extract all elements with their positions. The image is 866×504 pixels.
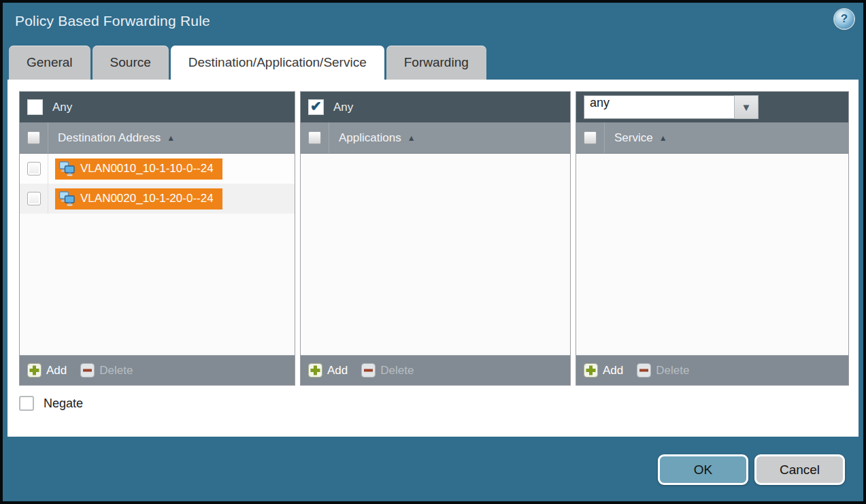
destination-delete-button[interactable]: Delete: [80, 363, 133, 377]
check-icon: ✔: [310, 98, 322, 114]
row-checkbox[interactable]: [27, 162, 41, 175]
applications-select-all-checkbox[interactable]: [308, 131, 321, 144]
service-delete-button[interactable]: Delete: [637, 363, 689, 377]
sort-ascending-icon: ▲: [659, 134, 667, 142]
service-column-header: Service ▲: [576, 122, 848, 154]
plus-icon: [584, 363, 598, 377]
plus-icon: [308, 363, 322, 377]
service-add-button[interactable]: Add: [584, 363, 623, 377]
applications-add-button[interactable]: Add: [308, 363, 348, 377]
service-select-all-checkbox[interactable]: [584, 131, 597, 144]
applications-list: [301, 154, 570, 355]
help-glyph: ?: [841, 12, 848, 26]
delete-label: Delete: [656, 364, 689, 377]
destination-list: VLAN0010_10-1-10-0--24 VLAN0020_10-1-20-…: [20, 154, 295, 355]
tab-forwarding[interactable]: Forwarding: [386, 46, 486, 80]
delete-label: Delete: [99, 364, 133, 377]
service-panel: any ▼ Service ▲: [576, 91, 849, 386]
cancel-button[interactable]: Cancel: [754, 454, 845, 485]
destination-any-label: Any: [52, 101, 72, 114]
add-label: Add: [327, 364, 348, 377]
applications-any-label: Any: [333, 101, 353, 114]
negate-row: Negate: [19, 396, 83, 411]
applications-delete-button[interactable]: Delete: [361, 363, 414, 377]
destination-footer: Add Delete: [20, 355, 295, 385]
ok-button[interactable]: OK: [658, 454, 748, 485]
address-label: VLAN0010_10-1-10-0--24: [80, 162, 214, 175]
applications-any-checkbox[interactable]: ✔: [308, 99, 324, 115]
plus-icon: [27, 363, 41, 377]
list-item[interactable]: VLAN0010_10-1-10-0--24: [20, 154, 295, 184]
applications-sort-header[interactable]: Applications ▲: [329, 122, 416, 153]
service-sort-header[interactable]: Service ▲: [605, 122, 667, 153]
tab-content: ✔ Any Destination Address ▲: [7, 80, 859, 437]
negate-label: Negate: [44, 397, 83, 411]
sort-ascending-icon: ▲: [167, 134, 175, 142]
policy-forwarding-dialog: Policy Based Forwarding Rule ? General S…: [0, 0, 866, 504]
row-checkbox[interactable]: [27, 192, 41, 205]
destination-select-all-checkbox[interactable]: [27, 131, 40, 144]
minus-icon: [361, 363, 376, 377]
destination-column-header: Destination Address ▲: [20, 122, 295, 154]
tab-bar: General Source Destination/Application/S…: [9, 46, 486, 80]
destination-sort-header[interactable]: Destination Address ▲: [48, 122, 175, 153]
tab-source[interactable]: Source: [93, 46, 169, 80]
delete-label: Delete: [380, 364, 414, 377]
network-address-icon: [59, 191, 76, 207]
minus-icon: [637, 363, 651, 377]
applications-column-title: Applications: [339, 131, 401, 145]
destination-panel: ✔ Any Destination Address ▲: [19, 91, 295, 386]
applications-panel: ✔ Any Applications ▲: [300, 91, 571, 386]
destination-any-checkbox[interactable]: ✔: [27, 99, 43, 115]
help-icon[interactable]: ?: [835, 10, 854, 29]
service-list: [576, 154, 848, 355]
service-dropdown[interactable]: any ▼: [584, 95, 759, 119]
chevron-down-icon[interactable]: ▼: [734, 95, 759, 119]
destination-any-bar: ✔ Any: [20, 92, 295, 122]
tab-general[interactable]: General: [9, 46, 90, 80]
page-title: Policy Based Forwarding Rule: [15, 13, 210, 29]
applications-column-header: Applications ▲: [301, 122, 570, 154]
applications-footer: Add Delete: [301, 355, 570, 385]
applications-any-bar: ✔ Any: [301, 92, 570, 122]
tab-destination-application-service[interactable]: Destination/Application/Service: [171, 46, 384, 80]
list-item[interactable]: VLAN0020_10-1-20-0--24: [20, 184, 295, 214]
service-footer: Add Delete: [576, 355, 848, 385]
address-tag[interactable]: VLAN0010_10-1-10-0--24: [55, 158, 222, 180]
negate-checkbox[interactable]: [19, 396, 34, 411]
minus-icon: [80, 363, 95, 377]
service-dropdown-bar: any ▼: [576, 92, 848, 122]
add-label: Add: [46, 364, 67, 377]
sort-ascending-icon: ▲: [407, 134, 416, 142]
service-column-title: Service: [614, 131, 653, 145]
add-label: Add: [603, 364, 623, 377]
service-dropdown-value[interactable]: any: [584, 95, 734, 119]
network-address-icon: [59, 161, 76, 177]
address-label: VLAN0020_10-1-20-0--24: [80, 192, 214, 205]
address-tag[interactable]: VLAN0020_10-1-20-0--24: [55, 188, 222, 209]
destination-add-button[interactable]: Add: [27, 363, 67, 377]
destination-column-title: Destination Address: [58, 131, 161, 145]
